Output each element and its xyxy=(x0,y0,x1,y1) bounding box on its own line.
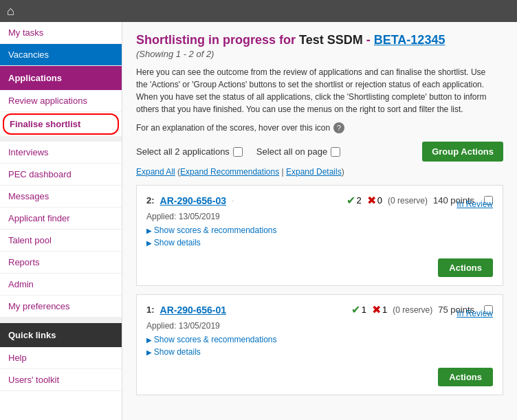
sidebar-item-finalise-shortlist[interactable]: Finalise shortlist xyxy=(3,113,119,135)
sidebar-item-pec-dashboard[interactable]: PEC dashboard xyxy=(0,164,122,186)
sidebar-divider-2 xyxy=(0,318,122,323)
applied-text-2: Applied: 13/05/2019 xyxy=(146,321,493,331)
vacancy-link[interactable]: BETA-12345 xyxy=(374,33,446,47)
sidebar-item-interviews[interactable]: Interviews xyxy=(0,142,122,164)
check-icon-2: ✔ xyxy=(351,303,360,316)
details-link-2[interactable]: Show details xyxy=(146,347,493,357)
expand-details-link[interactable]: Expand Details xyxy=(286,167,342,177)
sidebar-item-talent-pool[interactable]: Talent pool xyxy=(0,230,122,252)
sidebar-item-review-applications[interactable]: Review applications xyxy=(0,90,122,112)
app-card-left-1: 2: AR-290-656-03 · xyxy=(146,195,234,206)
select-all-page-checkbox[interactable] xyxy=(331,147,340,157)
top-bar: ⌂ xyxy=(0,0,517,22)
application-card-2: 1: AR-290-656-01 ✔ 1 ✖ 1 (0 reserve) 75 … xyxy=(136,294,503,395)
cross-score-1: ✖ 0 xyxy=(367,194,382,207)
page-title: Shortlisting in progress for Test SSDM -… xyxy=(136,33,503,47)
check-score-2: ✔ 1 xyxy=(351,303,366,316)
app-rank-2: 1: xyxy=(146,305,155,315)
sidebar-section-applications[interactable]: Applications xyxy=(0,66,122,90)
cross-icon-2: ✖ xyxy=(372,303,381,316)
reserve-text-1: (0 reserve) xyxy=(388,196,428,206)
sidebar-item-vacancies[interactable]: Vacancies xyxy=(0,44,122,66)
app-dot-1: · xyxy=(232,196,234,206)
expand-recommendations-link[interactable]: Expand Recommendations xyxy=(180,167,279,177)
reserve-text-2: (0 reserve) xyxy=(393,305,432,315)
app-rank-1: 2: xyxy=(146,195,155,206)
home-icon[interactable]: ⌂ xyxy=(7,4,14,19)
app-id-link-2[interactable]: AR-290-656-01 xyxy=(160,305,227,316)
main-content: Shortlisting in progress for Test SSDM -… xyxy=(122,22,517,420)
cross-icon-1: ✖ xyxy=(367,194,376,207)
sidebar-item-my-tasks[interactable]: My tasks xyxy=(0,22,122,44)
app-card-bottom-2: Actions xyxy=(146,362,493,386)
in-review-badge-2[interactable]: In Review xyxy=(456,309,493,318)
help-icon[interactable]: ? xyxy=(333,122,344,133)
sidebar-item-users-toolkit[interactable]: Users' toolkit xyxy=(0,369,122,391)
layout: My tasks Vacancies Applications Review a… xyxy=(0,22,517,420)
expand-all-link[interactable]: Expand All xyxy=(136,167,175,177)
sidebar-item-messages[interactable]: Messages xyxy=(0,186,122,208)
cross-score-2: ✖ 1 xyxy=(372,303,387,316)
description-text: Here you can see the outcome from the re… xyxy=(136,66,494,115)
app-card-left-2: 1: AR-290-656-01 xyxy=(146,305,226,316)
select-bar: Select all 2 applications Select all on … xyxy=(136,142,503,162)
in-review-badge-1[interactable]: In Review xyxy=(456,199,493,209)
applied-text-1: Applied: 13/05/2019 xyxy=(146,212,493,221)
sidebar-item-help[interactable]: Help xyxy=(0,347,122,369)
sidebar-divider xyxy=(0,136,122,142)
check-icon-1: ✔ xyxy=(346,194,355,207)
sidebar-item-admin[interactable]: Admin xyxy=(0,274,122,296)
showing-text: (Showing 1 - 2 of 2) xyxy=(136,49,503,59)
actions-button-2[interactable]: Actions xyxy=(438,368,493,386)
actions-button-1[interactable]: Actions xyxy=(438,258,493,277)
details-link-1[interactable]: Show details xyxy=(146,238,493,247)
sidebar: My tasks Vacancies Applications Review a… xyxy=(0,22,122,420)
expand-bar: Expand All (Expand Recommendations | Exp… xyxy=(136,167,503,177)
group-actions-button[interactable]: Group Actions xyxy=(422,142,503,162)
app-id-link-1[interactable]: AR-290-656-03 xyxy=(160,195,227,206)
scores-hint: For an explanation of the scores, hover … xyxy=(136,122,503,133)
check-score-1: ✔ 2 xyxy=(346,194,362,207)
scores-link-2[interactable]: Show scores & recommendations xyxy=(146,335,493,344)
sidebar-item-reports[interactable]: Reports xyxy=(0,252,122,274)
sidebar-item-applicant-finder[interactable]: Applicant finder xyxy=(0,208,122,230)
scores-link-1[interactable]: Show scores & recommendations xyxy=(146,225,493,235)
sidebar-item-my-preferences[interactable]: My preferences xyxy=(0,296,122,318)
quick-links-header: Quick links xyxy=(0,323,122,347)
app-card-bottom-1: Actions xyxy=(146,253,493,277)
application-card-1: 2: AR-290-656-03 · ✔ 2 ✖ 0 (0 reserve) 1… xyxy=(136,185,503,286)
select-all-label: Select all 2 applications xyxy=(136,146,243,157)
select-all-checkbox[interactable] xyxy=(233,147,243,157)
select-all-page-label: Select all on page xyxy=(256,146,340,157)
